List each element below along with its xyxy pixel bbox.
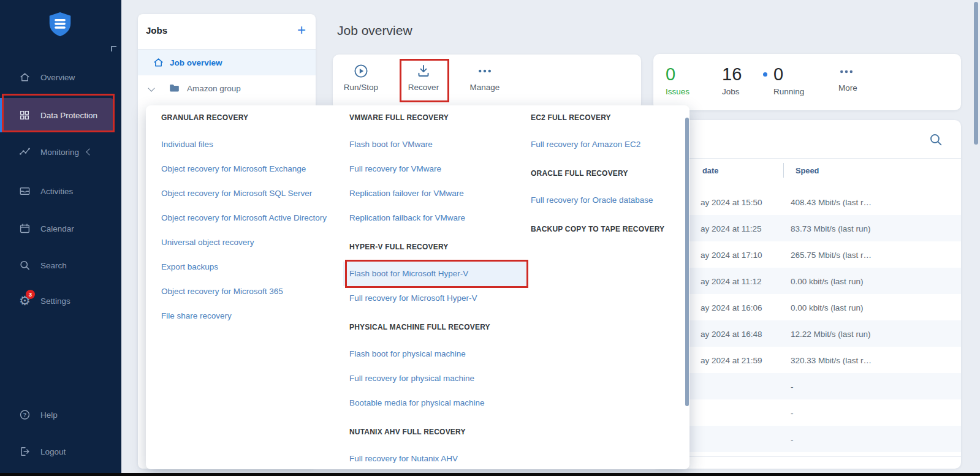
menu-item-object-recovery-for-microsoft-exchange[interactable]: Object recovery for Microsoft Exchange bbox=[161, 157, 306, 181]
chart-icon bbox=[19, 146, 31, 158]
menu-item-file-share-recovery[interactable]: File share recovery bbox=[161, 304, 232, 328]
settings-badge: 3 bbox=[26, 290, 35, 299]
stat-value: 16 bbox=[722, 64, 742, 85]
page-scrollbar[interactable] bbox=[974, 2, 978, 145]
toolbar-button-run-stop[interactable]: Run/Stop bbox=[333, 62, 389, 102]
sidebar-item-help[interactable]: ?Help bbox=[0, 402, 121, 427]
stats-more-button[interactable]: More bbox=[838, 62, 857, 93]
help-icon: ? bbox=[19, 409, 31, 421]
menu-item-object-recovery-for-microsoft-sql-server[interactable]: Object recovery for Microsoft SQL Server bbox=[161, 181, 312, 206]
menu-item-replication-failover-for-vmware[interactable]: Replication failover for VMware bbox=[349, 181, 464, 206]
sidebar-item-label: Search bbox=[40, 261, 67, 270]
menu-item-object-recovery-for-microsoft-365[interactable]: Object recovery for Microsoft 365 bbox=[161, 279, 283, 304]
stats-card: 0Issues16Jobs0RunningMore bbox=[653, 54, 961, 110]
menu-section-granular-recovery: GRANULAR RECOVERY bbox=[161, 105, 248, 130]
jobs-panel-title: Jobs bbox=[146, 25, 167, 36]
speed-cell: 0.00 kbit/s (last run) bbox=[791, 276, 864, 285]
menu-item-full-recovery-for-oracle-database[interactable]: Full recovery for Oracle database bbox=[531, 188, 653, 213]
chevron-down-icon[interactable] bbox=[148, 85, 154, 91]
sidebar-item-settings[interactable]: ⚙3Settings bbox=[0, 289, 121, 313]
sidebar-item-label: Calendar bbox=[40, 224, 74, 233]
app-root: OverviewData ProtectionMonitoringActivit… bbox=[0, 0, 980, 476]
search-icon bbox=[19, 260, 31, 271]
menu-item-full-recovery-for-vmware[interactable]: Full recovery for VMware bbox=[349, 157, 441, 181]
sidebar-item-label: Logout bbox=[40, 447, 66, 456]
jobs-panel-item-amazon-group[interactable]: Amazon group bbox=[138, 75, 316, 101]
page-title: Job overview bbox=[337, 23, 412, 38]
svg-text:?: ? bbox=[23, 411, 27, 418]
speed-cell: 83.73 Mbit/s (last run) bbox=[791, 224, 871, 233]
home-icon bbox=[153, 57, 164, 69]
speed-cell: - bbox=[791, 434, 794, 444]
sidebar-item-overview[interactable]: Overview bbox=[0, 65, 121, 89]
sidebar-item-label: Activities bbox=[40, 187, 73, 196]
menu-item-full-recovery-for-nutanix-ahv[interactable]: Full recovery for Nutanix AHV bbox=[349, 447, 458, 471]
speed-cell: 320.33 Mbit/s (last r… bbox=[791, 355, 872, 365]
menu-item-full-recovery-for-microsoft-hyper-v[interactable]: Full recovery for Microsoft Hyper-V bbox=[349, 286, 477, 311]
add-job-button[interactable]: + bbox=[297, 23, 306, 37]
sidebar-item-label: Monitoring bbox=[40, 148, 79, 157]
speed-cell: - bbox=[791, 382, 794, 391]
table-search-icon[interactable] bbox=[929, 132, 943, 149]
stat-running[interactable]: 0Running bbox=[773, 64, 804, 96]
play-icon bbox=[353, 62, 369, 80]
menu-item-replication-failback-for-vmware[interactable]: Replication failback for VMware bbox=[349, 206, 465, 230]
sidebar-item-monitoring[interactable]: Monitoring bbox=[0, 140, 121, 164]
sidebar-item-activities[interactable]: Activities bbox=[0, 179, 121, 203]
running-dot bbox=[763, 72, 767, 77]
menu-item-object-recovery-for-microsoft-active-directory[interactable]: Object recovery for Microsoft Active Dir… bbox=[161, 206, 327, 230]
sidebar-item-calendar[interactable]: Calendar bbox=[0, 216, 121, 241]
column-header-speed[interactable]: Speed bbox=[796, 166, 819, 175]
stat-jobs[interactable]: 16Jobs bbox=[722, 64, 742, 96]
stat-issues[interactable]: 0Issues bbox=[666, 64, 689, 96]
speed-cell: 12.22 Mbit/s (last run) bbox=[791, 329, 871, 338]
sidebar-item-label: Settings bbox=[40, 297, 70, 306]
menu-section-ec2-full-recovery: EC2 FULL RECOVERY bbox=[531, 105, 611, 130]
stat-value: 0 bbox=[666, 64, 689, 85]
inbox-icon bbox=[19, 186, 31, 197]
column-divider bbox=[783, 163, 784, 178]
logout-icon bbox=[19, 446, 31, 458]
toolbar-button-manage[interactable]: Manage bbox=[457, 62, 512, 102]
app-logo-shield-icon bbox=[46, 10, 74, 39]
menu-section-hyper-v-full-recovery: HYPER-V FULL RECOVERY bbox=[349, 235, 449, 259]
jobs-panel-item-label: Job overview bbox=[170, 58, 222, 67]
jobs-panel-item-job-overview[interactable]: Job overview bbox=[138, 50, 316, 75]
menu-item-full-recovery-for-amazon-ec2[interactable]: Full recovery for Amazon EC2 bbox=[531, 132, 640, 157]
recover-menu-column: GRANULAR RECOVERYIndividual filesObject … bbox=[161, 105, 345, 469]
home-icon bbox=[19, 72, 31, 83]
speed-cell: 408.43 Mbit/s (last r… bbox=[791, 197, 872, 206]
bottom-border bbox=[0, 473, 980, 476]
menu-item-flash-boot-for-physical-machine[interactable]: Flash boot for physical machine bbox=[349, 342, 466, 366]
speed-cell: 265.75 Mbit/s (last r… bbox=[791, 250, 872, 259]
menu-scrollbar[interactable] bbox=[685, 118, 689, 406]
stat-label: Issues bbox=[666, 87, 689, 96]
sidebar-item-label: Help bbox=[40, 410, 58, 420]
toolbar-card: Run/StopRecoverManage bbox=[333, 55, 641, 110]
annotation-box-recover bbox=[400, 59, 449, 102]
sidebar-item-logout[interactable]: Logout bbox=[0, 439, 121, 464]
toolbar-button-label: Run/Stop bbox=[333, 83, 389, 92]
menu-item-export-backups[interactable]: Export backups bbox=[161, 255, 218, 279]
sidebar-item-search[interactable]: Search bbox=[0, 253, 121, 278]
sidebar: OverviewData ProtectionMonitoringActivit… bbox=[0, 0, 121, 476]
annotation-box-flash-boot-hyper-v bbox=[345, 260, 528, 288]
menu-section-vmware-full-recovery: VMWARE FULL RECOVERY bbox=[349, 105, 449, 130]
menu-item-individual-files[interactable]: Individual files bbox=[161, 132, 213, 157]
chevron-left-icon[interactable] bbox=[86, 148, 93, 155]
toolbar-button-label: Manage bbox=[457, 83, 512, 92]
menu-item-universal-object-recovery[interactable]: Universal object recovery bbox=[161, 230, 254, 255]
jobs-panel-item-label: Amazon group bbox=[187, 84, 241, 93]
menu-section-physical-machine-full-recovery: PHYSICAL MACHINE FULL RECOVERY bbox=[349, 315, 490, 339]
stat-label: Jobs bbox=[722, 87, 742, 96]
menu-section-oracle-full-recovery: ORACLE FULL RECOVERY bbox=[531, 161, 628, 186]
menu-item-bootable-media-for-physical-machine[interactable]: Bootable media for physical machine bbox=[349, 391, 485, 415]
sidebar-item-label: Overview bbox=[40, 73, 75, 82]
sidebar-collapse-icon[interactable] bbox=[111, 46, 116, 51]
folder-icon bbox=[169, 83, 180, 94]
menu-section-backup-copy-to-tape-recovery: BACKUP COPY TO TAPE RECOVERY bbox=[531, 217, 664, 241]
speed-cell: - bbox=[791, 408, 794, 417]
ellipsis-icon bbox=[838, 62, 854, 81]
menu-item-flash-boot-for-vmware[interactable]: Flash boot for VMware bbox=[349, 132, 433, 157]
menu-item-full-recovery-for-physical-machine[interactable]: Full recovery for physical machine bbox=[349, 366, 474, 391]
